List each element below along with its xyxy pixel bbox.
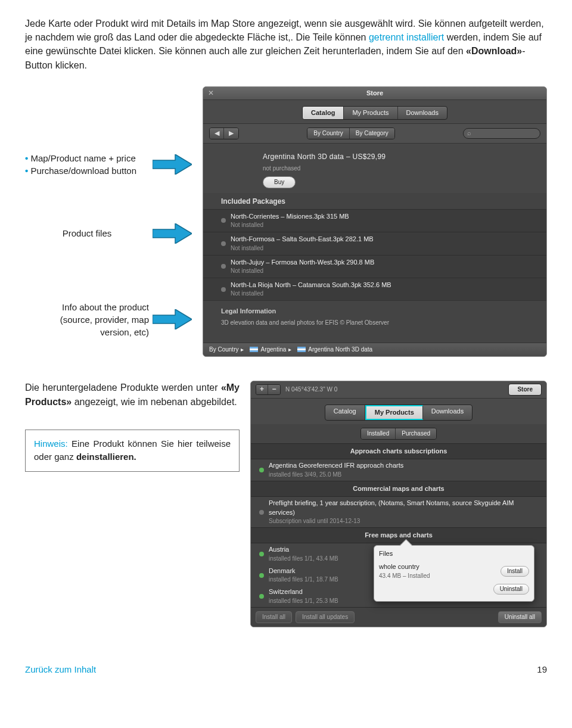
uninstall-button[interactable]: Uninstall xyxy=(493,584,529,595)
annot-info-l1: Info about the product xyxy=(25,301,149,313)
bc-product[interactable]: Argentina North 3D data xyxy=(297,346,372,354)
flag-icon xyxy=(250,347,258,352)
subtab-installed[interactable]: Installed xyxy=(361,428,396,439)
prod-sub: installed files 1/1, 18.7 MB xyxy=(269,575,338,584)
legal-header: Legal Information xyxy=(221,307,534,316)
intro-highlight: getrennt installiert xyxy=(369,32,444,42)
package-row[interactable]: North-Formosa – Salta South-East.3pk 282… xyxy=(203,232,546,254)
hint-box: Hinweis: Eine Produkt können Sie hier te… xyxy=(25,430,240,472)
prod-sub: Subscription valid until 2014-12-13 xyxy=(269,517,540,525)
page-number: 19 xyxy=(537,663,547,676)
filter-tabs: By Country By Category xyxy=(307,127,395,139)
package-row[interactable]: North-La Rioja North – Catamarca South.3… xyxy=(203,278,546,300)
popover-header: Files xyxy=(379,549,529,558)
hint-label: Hinweis: xyxy=(34,438,68,449)
intro-bold: «Download» xyxy=(466,46,522,56)
status-dot-icon xyxy=(259,510,264,515)
annot-product-files: Product files xyxy=(25,227,149,239)
prod-title: Argentina Georeferenced IFR approach cha… xyxy=(269,461,403,470)
chevron-right-icon: ▸ xyxy=(241,346,244,354)
search-input[interactable]: ⌕ xyxy=(463,128,540,139)
annot-purchase-btn: Purchase/download button xyxy=(25,164,149,177)
prod-title: Switzerland xyxy=(269,587,338,596)
pkg-title: North-Jujuy – Formosa North-West.3pk 290… xyxy=(231,258,374,267)
nav-forward-button[interactable]: ▶ xyxy=(224,128,238,139)
my-products-paragraph: Die heruntergeladene Produkte werden unt… xyxy=(25,381,240,409)
product-row[interactable]: Preflight briefing, 1 year subscription,… xyxy=(251,497,546,527)
bottom-button-bar: Install all Install all updates Uninstal… xyxy=(251,607,546,627)
package-row[interactable]: North-Corrientes – Misiones.3pk 315 MBNo… xyxy=(203,209,546,232)
prod-sub: installed files 1/1, 25.3 MB xyxy=(269,597,338,605)
filter-by-category[interactable]: By Category xyxy=(350,128,394,139)
status-dot-icon xyxy=(259,573,264,578)
subtab-purchased[interactable]: Purchased xyxy=(396,428,436,439)
tab-catalog[interactable]: Catalog xyxy=(325,405,365,420)
zoom-in-button[interactable]: + xyxy=(256,385,268,394)
tab-downloads[interactable]: Downloads xyxy=(423,405,472,420)
tab-downloads[interactable]: Downloads xyxy=(398,107,447,119)
status-dot-icon xyxy=(259,468,264,472)
store-toggle-button[interactable]: Store xyxy=(508,384,542,396)
main-tabs: Catalog My Products Downloads xyxy=(325,405,472,421)
prod-title: Denmark xyxy=(269,567,338,575)
store-pane-catalog: ✕ Store Catalog My Products Downloads ◀ … xyxy=(203,86,547,357)
files-popover: Files whole country 43.4 MB – Installed … xyxy=(374,545,534,602)
package-list: North-Corrientes – Misiones.3pk 315 MBNo… xyxy=(203,209,546,301)
pkg-title: North-La Rioja North – Catamarca South.3… xyxy=(231,281,391,290)
sub-tabs: Installed Purchased xyxy=(360,428,437,440)
nav-back-button[interactable]: ◀ xyxy=(210,128,224,139)
bc-argentina[interactable]: Argentina▸ xyxy=(250,346,291,354)
tab-my-products[interactable]: My Products xyxy=(344,107,397,119)
bc-by-country[interactable]: By Country▸ xyxy=(209,346,244,354)
pkg-status: Not installed xyxy=(231,244,374,253)
prod-title: Preflight briefing, 1 year subscription,… xyxy=(269,499,540,517)
arrow-icon xyxy=(153,223,192,244)
arrow-icon xyxy=(153,154,192,175)
category-header: Free maps and charts xyxy=(251,527,546,543)
arrow-icon xyxy=(153,309,192,329)
pkg-status: Not installed xyxy=(231,290,391,298)
svg-marker-2 xyxy=(153,309,192,329)
install-button[interactable]: Install xyxy=(500,566,529,577)
store-pane-my-products: + − N 045°43'42.3" W 0 Store Catalog My … xyxy=(250,381,547,627)
buy-button[interactable]: Buy xyxy=(263,176,296,188)
zoom-buttons: + − xyxy=(256,384,281,395)
uninstall-all-button[interactable]: Uninstall all xyxy=(498,611,542,623)
annot-info-l2: (source, provider, map xyxy=(25,313,149,326)
search-icon: ⌕ xyxy=(467,129,471,138)
status-dot-icon xyxy=(221,241,226,246)
product-row[interactable]: Argentina Georeferenced IFR approach cha… xyxy=(251,459,546,480)
product-status: not purchased xyxy=(263,164,534,173)
product-title: Argentina North 3D data – US$29,99 xyxy=(263,152,534,162)
flag-icon xyxy=(297,347,306,352)
store-title: Store xyxy=(366,89,383,98)
tab-catalog[interactable]: Catalog xyxy=(303,107,344,119)
close-icon[interactable]: ✕ xyxy=(208,88,214,98)
store-titlebar: ✕ Store xyxy=(203,87,546,100)
category-header: Commercial maps and charts xyxy=(251,481,546,497)
pkg-title: North-Corrientes – Misiones.3pk 315 MB xyxy=(231,212,349,221)
status-dot-icon xyxy=(221,218,226,223)
tab-my-products[interactable]: My Products xyxy=(365,405,423,420)
category-header: Approach charts subscriptions xyxy=(251,443,546,459)
install-all-button[interactable]: Install all xyxy=(256,611,292,623)
intro-paragraph: Jede Karte oder Produkt wird mit Details… xyxy=(25,17,547,72)
included-packages-header: Included Packages xyxy=(203,193,546,209)
pkg-status: Not installed xyxy=(231,221,349,229)
svg-marker-0 xyxy=(153,154,192,175)
popover-item-title: whole country xyxy=(379,562,430,571)
back-to-contents-link[interactable]: Zurück zum Inhalt xyxy=(25,663,96,676)
prod-sub: installed files 3/49, 25.0 MB xyxy=(269,471,403,479)
annotation-column: Map/Product name + price Purchase/downlo… xyxy=(25,86,192,338)
svg-marker-1 xyxy=(153,223,192,244)
annot-product-name: Map/Product name + price xyxy=(25,152,149,164)
install-updates-button[interactable]: Install all updates xyxy=(296,611,355,623)
pkg-title: North-Formosa – Salta South-East.3pk 282… xyxy=(231,235,374,244)
breadcrumb: By Country▸ Argentina▸ Argentina North 3… xyxy=(203,343,546,356)
zoom-out-button[interactable]: − xyxy=(268,385,280,394)
filter-by-country[interactable]: By Country xyxy=(307,128,349,139)
hint-bold: deinstallieren. xyxy=(76,452,136,462)
status-dot-icon xyxy=(221,264,226,269)
package-row[interactable]: North-Jujuy – Formosa North-West.3pk 290… xyxy=(203,255,546,278)
popover-item-sub: 43.4 MB – Installed xyxy=(379,572,430,580)
